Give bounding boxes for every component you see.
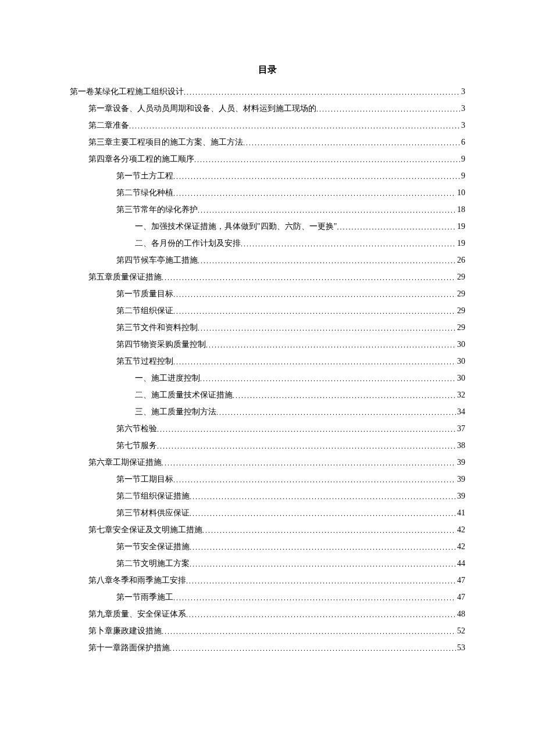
toc-entry-text: 第一节安全保证措施: [116, 542, 190, 552]
toc-entry[interactable]: 一、加强技术保证措施，具体做到"四勤、六防、一更换"19: [70, 221, 465, 232]
toc-entry-text: 第五节过程控制: [116, 356, 173, 367]
toc-entry-text: 第二章准备: [88, 120, 129, 131]
toc-entry[interactable]: 第一节土方工程9: [70, 171, 465, 181]
toc-entry[interactable]: 第七节服务38: [70, 440, 465, 451]
toc-entry[interactable]: 第三节常年的绿化养护18: [70, 205, 465, 215]
toc-entry[interactable]: 第一节安全保证措施42: [70, 542, 465, 552]
toc-entry-text: 第七节服务: [116, 440, 157, 451]
toc-entry-text: 第九章质量、安全保证体系: [88, 609, 186, 619]
toc-dots: [173, 189, 456, 198]
toc-entry-page: 29: [456, 306, 465, 316]
toc-dots: [162, 628, 456, 636]
toc-dots: [184, 88, 460, 97]
toc-entry[interactable]: 第卜章廉政建设措施52: [70, 626, 465, 636]
toc-entry-page: 26: [456, 256, 465, 265]
toc-entry-text: 三、施工质量控制方法: [135, 407, 216, 417]
toc-dots: [243, 139, 460, 148]
toc-entry[interactable]: 第三节文件和资料控制29: [70, 323, 465, 333]
toc-entry[interactable]: 第一章设备、人员动员周期和设备、人员、材料运到施工现场的3: [70, 103, 465, 114]
toc-entry-page: 29: [456, 273, 465, 282]
toc-entry-page: 30: [456, 340, 465, 349]
toc-entry-page: 18: [456, 205, 465, 214]
toc-entry[interactable]: 第四章各分项工程的施工顺序9: [70, 154, 465, 164]
toc-entry-text: 第一节质量目标: [116, 289, 173, 299]
toc-entry-text: 第一卷某绿化工程施工组织设计: [70, 87, 184, 97]
toc-entry[interactable]: 第三章主要工程项目的施工方案、施工方法6: [70, 137, 465, 148]
toc-entry[interactable]: 第七章安全保证及文明施工措施42: [70, 525, 465, 535]
toc-entry[interactable]: 三、施工质量控制方法34: [70, 407, 465, 417]
toc-entry-page: 48: [456, 610, 465, 619]
toc-entry-page: 42: [456, 542, 465, 551]
toc-dots: [173, 173, 460, 181]
toc-dots: [233, 392, 456, 400]
toc-entry[interactable]: 第二节组织保证措施39: [70, 491, 465, 501]
toc-entry-text: 第六章工期保证措施: [88, 457, 162, 468]
toc-entry-text: 第四章各分项工程的施工顺序: [88, 154, 194, 164]
toc-entry[interactable]: 第二章准备3: [70, 120, 465, 131]
toc-entry-text: 一、施工进度控制: [135, 373, 200, 384]
toc-entry-text: 第一节土方工程: [116, 171, 173, 181]
toc-dots: [198, 206, 456, 215]
toc-entry[interactable]: 第二节绿化种植10: [70, 188, 465, 198]
toc-entry-page: 34: [456, 407, 465, 417]
toc-entry-page: 29: [456, 289, 465, 299]
toc-dots: [198, 257, 456, 266]
toc-entry-text: 第二节组织保证: [116, 306, 173, 316]
toc-dots: [216, 409, 456, 417]
toc-entry[interactable]: 第八章冬季和雨季施工安排47: [70, 575, 465, 586]
toc-entry-text: 二、施工质量技术保证措施: [135, 390, 233, 400]
toc-entry-text: 二、各月份的工作计划及安排: [135, 238, 241, 249]
toc-entry-page: 44: [456, 559, 465, 568]
toc-entry[interactable]: 第一节质量目标29: [70, 289, 465, 299]
toc-entry-text: 第五章质量保证措施: [88, 272, 162, 282]
toc-entry-page: 30: [456, 357, 465, 366]
toc-entry[interactable]: 第六节检验37: [70, 424, 465, 434]
toc-entry-page: 29: [456, 323, 465, 332]
toc-entry-text: 第七章安全保证及文明施工措施: [88, 525, 202, 535]
toc-dots: [190, 560, 456, 569]
toc-entry-text: 第三章主要工程项目的施工方案、施工方法: [88, 137, 243, 148]
toc-entry-page: 39: [456, 475, 465, 484]
toc-dots: [202, 526, 456, 535]
toc-entry[interactable]: 第一卷某绿化工程施工组织设计3: [70, 87, 465, 97]
toc-dots: [186, 577, 456, 586]
toc-entry[interactable]: 第五节过程控制30: [70, 356, 465, 367]
toc-dots: [129, 122, 460, 131]
toc-dots: [173, 358, 456, 367]
toc-entry[interactable]: 第一节雨季施工47: [70, 592, 465, 603]
toc-entry-text: 第三节常年的绿化养护: [116, 205, 198, 215]
toc-entry[interactable]: 第四节物资采购质量控制30: [70, 339, 465, 350]
toc-entry-page: 52: [456, 626, 465, 636]
toc-entry-text: 第一节雨季施工: [116, 592, 173, 603]
toc-dots: [173, 594, 456, 603]
toc-entry[interactable]: 一、施工进度控制30: [70, 373, 465, 384]
toc-entry-page: 10: [456, 188, 465, 198]
toc-entry-page: 3: [460, 87, 465, 96]
toc-entry[interactable]: 第四节候车亭施工措施26: [70, 255, 465, 266]
toc-entry-text: 第四节物资采购质量控制: [116, 339, 206, 350]
toc-entry[interactable]: 第九章质量、安全保证体系48: [70, 609, 465, 619]
toc-entry[interactable]: 第一节工期目标39: [70, 474, 465, 485]
toc-entry-page: 30: [456, 374, 465, 383]
toc-entry-page: 3: [460, 121, 465, 130]
toc-entry-page: 42: [456, 525, 465, 535]
toc-dots: [186, 611, 456, 619]
toc-entry[interactable]: 第五章质量保证措施29: [70, 272, 465, 282]
toc-entry[interactable]: 二、施工质量技术保证措施32: [70, 390, 465, 400]
toc-entry-text: 第十一章路面保护措施: [88, 643, 170, 653]
toc-dots: [200, 375, 456, 384]
toc-dots: [173, 476, 456, 485]
toc-entry[interactable]: 第六章工期保证措施39: [70, 457, 465, 468]
toc-entry[interactable]: 第三节材料供应保证41: [70, 508, 465, 518]
toc-entry[interactable]: 第十一章路面保护措施53: [70, 643, 465, 653]
toc-entry-page: 19: [456, 222, 465, 231]
toc-dots: [198, 324, 456, 333]
toc-entry-page: 39: [456, 492, 465, 501]
toc-entry-text: 第二节文明施工方案: [116, 558, 190, 569]
toc-entry-text: 第三节材料供应保证: [116, 508, 190, 518]
toc-entry-text: 第四节候车亭施工措施: [116, 255, 198, 266]
toc-entry[interactable]: 二、各月份的工作计划及安排19: [70, 238, 465, 249]
toc-dots: [190, 493, 456, 501]
toc-entry[interactable]: 第二节文明施工方案44: [70, 558, 465, 569]
toc-entry[interactable]: 第二节组织保证29: [70, 306, 465, 316]
